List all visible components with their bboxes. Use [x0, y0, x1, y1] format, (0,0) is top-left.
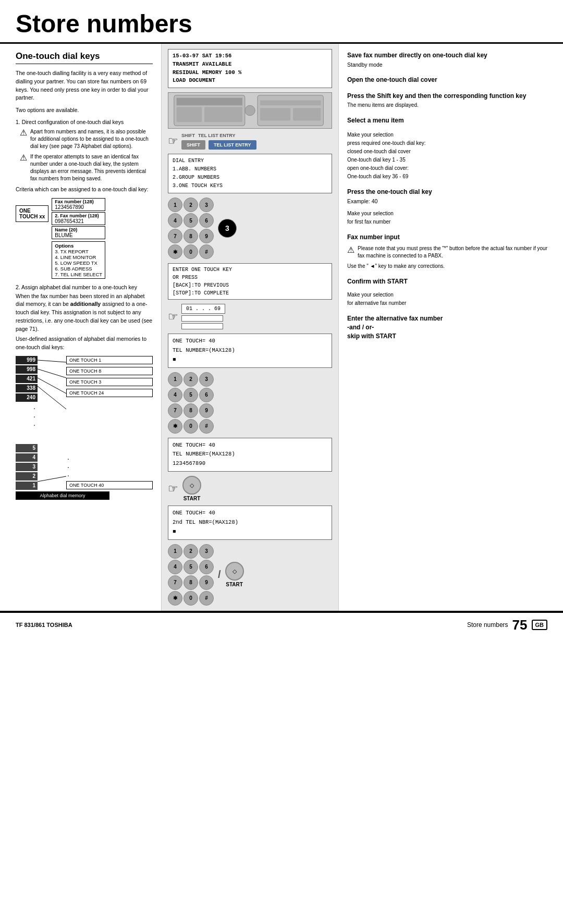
- num-star[interactable]: ✱: [168, 244, 182, 259]
- right-column: Save fax number directly on one-touch di…: [339, 44, 563, 611]
- shift-button[interactable]: SHIFT: [181, 140, 205, 150]
- fax-number2-field: 2. Fax number (128) 0987654321: [52, 212, 105, 225]
- screen-4: ONE TOUCH= 40 2nd TEL NBR=(MAX128) ■: [168, 506, 332, 540]
- select-3-button[interactable]: 3: [218, 219, 237, 238]
- num2-5[interactable]: 5: [183, 388, 198, 402]
- num-1[interactable]: 1: [168, 198, 182, 212]
- connector-lines: [38, 356, 66, 442]
- svg-line-2: [38, 378, 66, 393]
- one-touch-diagram: ONE TOUCH xx Fax number (128) 1234567890…: [16, 198, 153, 279]
- menu-line3: 2.GROUP NUMBERS: [173, 174, 327, 182]
- warning-text-2: If the operator attempts to save an iden…: [30, 153, 153, 182]
- num2-9[interactable]: 9: [199, 403, 214, 418]
- connector-area: [38, 356, 66, 443]
- option2-text3: User-defined assignation of alphabet dia…: [16, 335, 153, 352]
- step7-note1: Make your selection: [347, 291, 553, 299]
- menu-line1: DIAL ENTRY: [173, 157, 327, 165]
- step-8: Enter the alternative fax number -and / …: [347, 314, 553, 340]
- num-hash[interactable]: #: [199, 244, 214, 259]
- step2-title: Open the one-touch dial cover: [347, 76, 553, 84]
- instruction-box: ENTER ONE TOUCH KEY OR PRESS [BACK]:TO P…: [168, 263, 332, 300]
- inst-line2: OR PRESS: [173, 274, 327, 281]
- num3-9[interactable]: 9: [199, 575, 214, 590]
- footer: TF 831/861 TOSHIBA Store numbers 75 GB: [0, 612, 563, 637]
- num-4[interactable]: 4: [168, 213, 182, 228]
- step6-note: Use the " ◄" key to make any corrections…: [347, 263, 553, 270]
- screen4-line1: ONE TOUCH= 40: [173, 509, 327, 518]
- num-9[interactable]: 9: [199, 229, 214, 243]
- intro-text: The one-touch dialling facility is a ver…: [16, 69, 153, 102]
- hand-point-icon-2: ☞: [168, 310, 178, 324]
- step1-sub: Standby mode: [347, 61, 553, 69]
- shift-label: SHIFT: [181, 133, 195, 138]
- num2-6[interactable]: 6: [199, 388, 214, 402]
- step-4: Select a menu item Make your selection p…: [347, 116, 553, 180]
- step-6: Fax number input ⚠ Please note that you …: [347, 233, 553, 270]
- num2-hash[interactable]: #: [199, 419, 214, 434]
- num-5[interactable]: 5: [183, 213, 198, 228]
- svg-line-4: [38, 476, 66, 482]
- one-touch-key-label: ONE TOUCH xx: [16, 205, 48, 222]
- num3-4[interactable]: 4: [168, 560, 182, 574]
- display-line3: RESIDUAL MEMORY 100 %: [173, 69, 327, 77]
- step5-sub: Example: 40: [347, 198, 553, 205]
- num-7[interactable]: 7: [168, 229, 182, 243]
- step8-title: Enter the alternative fax number -and / …: [347, 314, 553, 340]
- step4-note5: open one-touch dial cover:: [347, 165, 553, 172]
- num3-star[interactable]: ✱: [168, 591, 182, 606]
- screen-2: ONE TOUCH= 40 TEL NUMBER=(MAX128) ■: [168, 334, 332, 368]
- num-0[interactable]: 0: [183, 244, 198, 259]
- inst-line1: ENTER ONE TOUCH KEY: [173, 266, 327, 274]
- footer-section-text: Store numbers: [467, 621, 508, 629]
- step6-warning-block: ⚠ Please note that you must press the "*…: [347, 245, 553, 260]
- num2-0[interactable]: 0: [183, 419, 198, 434]
- num3-5[interactable]: 5: [183, 560, 198, 574]
- num3-2[interactable]: 2: [183, 544, 198, 559]
- screen3-line1: ONE TOUCH= 40: [173, 441, 327, 450]
- num3-1[interactable]: 1: [168, 544, 182, 559]
- one-touch-fields: Fax number (128) 1234567890 2. Fax numbe…: [52, 198, 105, 279]
- memory-diagram: 999 998 421 338 240 · · ·: [16, 356, 153, 443]
- step4-note1: Make your selection: [347, 131, 553, 139]
- start-button-2[interactable]: ◇: [225, 562, 244, 581]
- num3-hash[interactable]: #: [199, 591, 214, 606]
- num2-1[interactable]: 1: [168, 372, 182, 387]
- step5-title: Press the one-touch dial key: [347, 188, 553, 196]
- middle-column: 15-03-97 SAT 19:56 TRANSMIT AVAILABLE RE…: [162, 44, 339, 611]
- status-display: 15-03-97 SAT 19:56 TRANSMIT AVAILABLE RE…: [168, 49, 332, 88]
- num-8[interactable]: 8: [183, 229, 198, 243]
- step7-title: Confirm with START: [347, 277, 553, 286]
- svg-point-9: [245, 105, 255, 115]
- num2-8[interactable]: 8: [183, 403, 198, 418]
- num3-8[interactable]: 8: [183, 575, 198, 590]
- tel-list-button[interactable]: TEL LIST ENTRY: [209, 140, 256, 150]
- num-2[interactable]: 2: [183, 198, 198, 212]
- warning-block-2: ⚠ If the operator attempts to save an id…: [20, 153, 153, 182]
- step-2: Open the one-touch dial cover: [347, 76, 553, 84]
- num-6[interactable]: 6: [199, 213, 214, 228]
- num2-3[interactable]: 3: [199, 372, 214, 387]
- svg-rect-12: [260, 108, 290, 120]
- num2-2[interactable]: 2: [183, 372, 198, 387]
- num3-6[interactable]: 6: [199, 560, 214, 574]
- num3-3[interactable]: 3: [199, 544, 214, 559]
- screen2-line1: ONE TOUCH= 40: [173, 337, 327, 346]
- num-3[interactable]: 3: [199, 198, 214, 212]
- start-button-1[interactable]: ◇: [182, 476, 201, 495]
- step6-warning-text: Please note that you must press the "*" …: [358, 245, 553, 260]
- option2-section: 2. Assign alphabet dial number to a one-…: [16, 284, 153, 500]
- num2-7[interactable]: 7: [168, 403, 182, 418]
- num3-0[interactable]: 0: [183, 591, 198, 606]
- num2-star[interactable]: ✱: [168, 419, 182, 434]
- footer-gb-badge: GB: [532, 620, 548, 630]
- name-field: Name (20) BLUME: [52, 226, 105, 239]
- num2-4[interactable]: 4: [168, 388, 182, 402]
- range-area: ☞ 01 . . . 69: [168, 304, 332, 329]
- display-line1: 15-03-97 SAT 19:56: [173, 52, 327, 60]
- num3-7[interactable]: 7: [168, 575, 182, 590]
- screen4-cursor: ■: [173, 527, 327, 537]
- numpad: 1 2 3 4 5 6 7 8 9 ✱ 0 #: [168, 198, 214, 259]
- fax-number-field: Fax number (128) 1234567890: [52, 198, 105, 211]
- option2-text1: When the fax number has been stored in a…: [16, 292, 153, 334]
- tel-list-label: TEL LIST ENTRY: [198, 133, 236, 138]
